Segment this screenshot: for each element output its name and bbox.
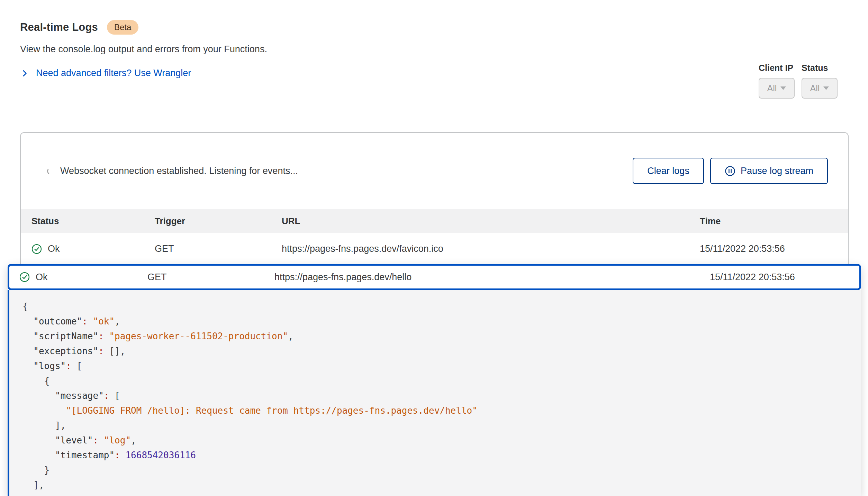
status-filter: Status All	[802, 63, 838, 99]
page-title: Real-time Logs	[20, 21, 98, 34]
json-line: ],	[22, 478, 854, 493]
json-line: "level": "log",	[22, 433, 854, 448]
time-cell: 15/11/2022 20:53:56	[710, 272, 859, 283]
pause-log-stream-button[interactable]: Pause log stream	[710, 158, 828, 184]
status-value: Ok	[36, 272, 48, 283]
client-ip-dropdown[interactable]: All	[759, 78, 795, 99]
json-line: ],	[22, 418, 854, 433]
beta-badge: Beta	[107, 20, 138, 35]
connection-status: Websocket connection established. Listen…	[46, 166, 298, 176]
json-line: {	[22, 374, 854, 388]
json-line: "exceptions": [],	[22, 344, 854, 359]
page-description: View the console.log output and errors f…	[20, 44, 267, 55]
url-cell: https://pages-fns.pages.dev/favicon.ico	[282, 244, 700, 254]
pause-log-stream-label: Pause log stream	[741, 166, 813, 176]
table-row-expanded[interactable]: Ok GET https://pages-fns.pages.dev/hello…	[8, 264, 861, 290]
check-circle-icon	[31, 244, 42, 254]
spinner-icon	[46, 167, 55, 175]
client-ip-label: Client IP	[759, 63, 795, 73]
page-header: Real-time Logs Beta	[20, 20, 138, 35]
logs-toolbar: Websocket connection established. Listen…	[21, 133, 848, 209]
filters: Client IP All Status All	[759, 63, 838, 99]
json-line: "logs": [	[22, 359, 854, 374]
toolbar-actions: Clear logs Pause log stream	[633, 158, 828, 184]
column-header-url: URL	[282, 216, 700, 227]
status-value: Ok	[48, 244, 60, 254]
trigger-cell: GET	[147, 272, 274, 283]
chevron-right-icon	[20, 69, 29, 78]
json-line: "[LOGGING FROM /hello]: Request came fro…	[22, 403, 854, 418]
status-dropdown[interactable]: All	[802, 78, 838, 99]
realtime-logs-page: Real-time Logs Beta View the console.log…	[0, 0, 868, 496]
expanded-log-entry: Ok GET https://pages-fns.pages.dev/hello…	[8, 264, 861, 496]
json-line: }	[22, 463, 854, 478]
client-ip-value: All	[767, 83, 777, 93]
status-filter-label: Status	[802, 63, 838, 73]
status-filter-value: All	[810, 83, 820, 93]
json-line: "timestamp": 1668542036116	[22, 448, 854, 463]
json-line: "scriptName": "pages-worker--611502-prod…	[22, 329, 854, 344]
client-ip-filter: Client IP All	[759, 63, 795, 99]
wrangler-link-label: Need advanced filters? Use Wrangler	[36, 68, 191, 79]
clear-logs-label: Clear logs	[647, 166, 689, 176]
json-line: {	[22, 299, 854, 314]
log-detail-json: { "outcome": "ok", "scriptName": "pages-…	[8, 290, 861, 496]
json-line: "outcome": "ok",	[22, 314, 854, 329]
wrangler-link[interactable]: Need advanced filters? Use Wrangler	[20, 68, 191, 79]
chevron-down-icon	[780, 86, 786, 90]
trigger-cell: GET	[155, 244, 282, 254]
status-cell: Ok	[19, 272, 147, 283]
column-header-time: Time	[700, 216, 838, 227]
json-line: "message": [	[22, 388, 854, 403]
check-circle-icon	[19, 272, 30, 282]
url-cell: https://pages-fns.pages.dev/hello	[274, 272, 710, 283]
table-row[interactable]: Ok GET https://pages-fns.pages.dev/favic…	[21, 233, 848, 265]
column-header-status: Status	[31, 216, 155, 227]
chevron-down-icon	[823, 86, 829, 90]
time-cell: 15/11/2022 20:53:56	[700, 244, 838, 254]
table-header: Status Trigger URL Time	[21, 209, 848, 233]
status-cell: Ok	[31, 244, 155, 254]
pause-icon	[725, 166, 735, 176]
connection-status-text: Websocket connection established. Listen…	[60, 166, 298, 176]
clear-logs-button[interactable]: Clear logs	[633, 158, 704, 184]
column-header-trigger: Trigger	[155, 216, 282, 227]
